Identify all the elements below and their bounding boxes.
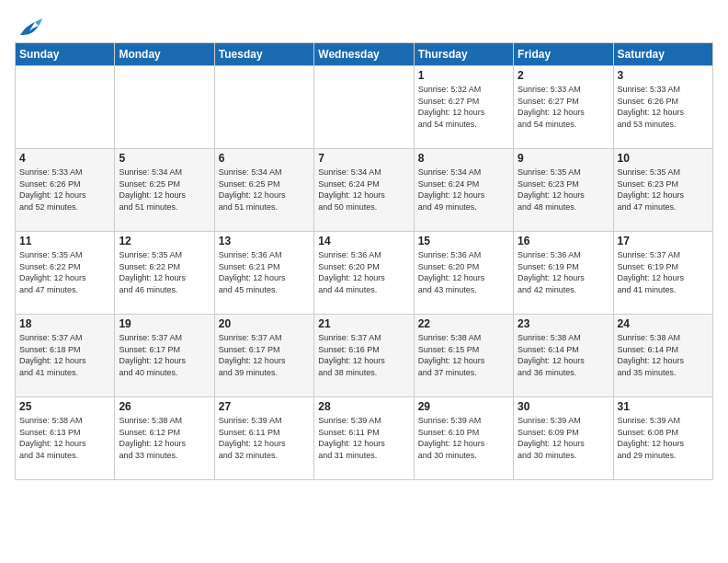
day-number: 3 [618,69,709,82]
day-number: 30 [518,400,609,413]
calendar-cell [16,66,115,149]
day-number: 26 [119,400,210,413]
day-info: Sunrise: 5:38 AM Sunset: 6:15 PM Dayligh… [418,332,509,378]
day-number: 6 [219,152,310,165]
day-info: Sunrise: 5:36 AM Sunset: 6:21 PM Dayligh… [219,249,310,295]
calendar-cell: 22Sunrise: 5:38 AM Sunset: 6:15 PM Dayli… [414,315,513,397]
day-info: Sunrise: 5:34 AM Sunset: 6:24 PM Dayligh… [318,167,409,213]
logo-bird-icon [17,18,42,39]
day-number: 2 [518,69,609,82]
calendar-cell [214,66,313,149]
calendar-table: SundayMondayTuesdayWednesdayThursdayFrid… [15,42,713,480]
day-info: Sunrise: 5:37 AM Sunset: 6:16 PM Dayligh… [318,332,409,378]
day-number: 29 [418,400,509,413]
day-number: 24 [618,317,709,330]
day-info: Sunrise: 5:37 AM Sunset: 6:17 PM Dayligh… [219,332,310,378]
calendar-cell: 26Sunrise: 5:38 AM Sunset: 6:12 PM Dayli… [115,397,214,480]
header-tuesday: Tuesday [214,43,313,66]
calendar-cell: 15Sunrise: 5:36 AM Sunset: 6:20 PM Dayli… [414,232,513,315]
day-info: Sunrise: 5:35 AM Sunset: 6:23 PM Dayligh… [618,167,709,213]
day-info: Sunrise: 5:36 AM Sunset: 6:20 PM Dayligh… [318,249,409,295]
day-number: 14 [318,235,409,247]
day-number: 27 [219,400,310,413]
day-number: 19 [119,317,210,330]
day-number: 12 [119,235,210,247]
day-info: Sunrise: 5:38 AM Sunset: 6:12 PM Dayligh… [119,415,210,461]
day-number: 8 [418,152,509,165]
day-number: 31 [618,400,709,413]
page-header [15,15,713,35]
calendar-cell: 28Sunrise: 5:39 AM Sunset: 6:11 PM Dayli… [314,397,414,480]
day-info: Sunrise: 5:39 AM Sunset: 6:08 PM Dayligh… [618,415,709,461]
day-number: 1 [418,69,509,82]
calendar-cell: 20Sunrise: 5:37 AM Sunset: 6:17 PM Dayli… [214,315,313,397]
calendar-week-row: 18Sunrise: 5:37 AM Sunset: 6:18 PM Dayli… [16,315,713,397]
day-number: 25 [19,400,110,413]
day-info: Sunrise: 5:33 AM Sunset: 6:26 PM Dayligh… [19,167,110,213]
calendar-week-row: 25Sunrise: 5:38 AM Sunset: 6:13 PM Dayli… [16,397,713,480]
calendar-cell: 9Sunrise: 5:35 AM Sunset: 6:23 PM Daylig… [514,149,613,232]
calendar-week-row: 11Sunrise: 5:35 AM Sunset: 6:22 PM Dayli… [16,232,713,315]
calendar-cell: 19Sunrise: 5:37 AM Sunset: 6:17 PM Dayli… [115,315,214,397]
day-info: Sunrise: 5:38 AM Sunset: 6:14 PM Dayligh… [618,332,709,378]
calendar-cell: 30Sunrise: 5:39 AM Sunset: 6:09 PM Dayli… [514,397,613,480]
day-info: Sunrise: 5:37 AM Sunset: 6:17 PM Dayligh… [119,332,210,378]
calendar-cell: 7Sunrise: 5:34 AM Sunset: 6:24 PM Daylig… [314,149,414,232]
calendar-cell: 5Sunrise: 5:34 AM Sunset: 6:25 PM Daylig… [115,149,214,232]
header-sunday: Sunday [16,43,115,66]
day-info: Sunrise: 5:34 AM Sunset: 6:25 PM Dayligh… [119,167,210,213]
day-info: Sunrise: 5:36 AM Sunset: 6:19 PM Dayligh… [518,249,609,295]
day-info: Sunrise: 5:35 AM Sunset: 6:23 PM Dayligh… [518,167,609,213]
calendar-cell: 13Sunrise: 5:36 AM Sunset: 6:21 PM Dayli… [214,232,313,315]
calendar-cell: 24Sunrise: 5:38 AM Sunset: 6:14 PM Dayli… [613,315,712,397]
calendar-cell: 1Sunrise: 5:32 AM Sunset: 6:27 PM Daylig… [414,66,513,149]
calendar-cell: 25Sunrise: 5:38 AM Sunset: 6:13 PM Dayli… [16,397,115,480]
day-number: 4 [19,152,110,165]
calendar-cell: 21Sunrise: 5:37 AM Sunset: 6:16 PM Dayli… [314,315,414,397]
calendar-cell: 27Sunrise: 5:39 AM Sunset: 6:11 PM Dayli… [214,397,313,480]
day-number: 16 [518,235,609,247]
day-number: 22 [418,317,509,330]
day-info: Sunrise: 5:37 AM Sunset: 6:19 PM Dayligh… [618,249,709,295]
day-number: 11 [19,235,110,247]
calendar-cell [314,66,414,149]
header-monday: Monday [115,43,214,66]
day-number: 20 [219,317,310,330]
day-info: Sunrise: 5:33 AM Sunset: 6:27 PM Dayligh… [518,84,609,130]
day-number: 18 [19,317,110,330]
day-info: Sunrise: 5:38 AM Sunset: 6:14 PM Dayligh… [518,332,609,378]
calendar-cell: 10Sunrise: 5:35 AM Sunset: 6:23 PM Dayli… [613,149,712,232]
day-number: 7 [318,152,409,165]
calendar-cell: 29Sunrise: 5:39 AM Sunset: 6:10 PM Dayli… [414,397,513,480]
calendar-header-row: SundayMondayTuesdayWednesdayThursdayFrid… [16,43,713,66]
day-info: Sunrise: 5:35 AM Sunset: 6:22 PM Dayligh… [119,249,210,295]
day-info: Sunrise: 5:32 AM Sunset: 6:27 PM Dayligh… [418,84,509,130]
calendar-cell: 12Sunrise: 5:35 AM Sunset: 6:22 PM Dayli… [115,232,214,315]
header-thursday: Thursday [414,43,513,66]
calendar-cell: 17Sunrise: 5:37 AM Sunset: 6:19 PM Dayli… [613,232,712,315]
day-info: Sunrise: 5:37 AM Sunset: 6:18 PM Dayligh… [19,332,110,378]
day-info: Sunrise: 5:36 AM Sunset: 6:20 PM Dayligh… [418,249,509,295]
day-number: 9 [518,152,609,165]
calendar-cell: 14Sunrise: 5:36 AM Sunset: 6:20 PM Dayli… [314,232,414,315]
day-number: 10 [618,152,709,165]
calendar-cell [115,66,214,149]
calendar-cell: 8Sunrise: 5:34 AM Sunset: 6:24 PM Daylig… [414,149,513,232]
header-friday: Friday [514,43,613,66]
calendar-cell: 4Sunrise: 5:33 AM Sunset: 6:26 PM Daylig… [16,149,115,232]
day-number: 17 [618,235,709,247]
calendar-cell: 16Sunrise: 5:36 AM Sunset: 6:19 PM Dayli… [514,232,613,315]
day-info: Sunrise: 5:33 AM Sunset: 6:26 PM Dayligh… [618,84,709,130]
day-number: 28 [318,400,409,413]
calendar-cell: 23Sunrise: 5:38 AM Sunset: 6:14 PM Dayli… [514,315,613,397]
day-number: 5 [119,152,210,165]
day-number: 13 [219,235,310,247]
day-info: Sunrise: 5:34 AM Sunset: 6:24 PM Dayligh… [418,167,509,213]
day-info: Sunrise: 5:38 AM Sunset: 6:13 PM Dayligh… [19,415,110,461]
calendar-cell: 6Sunrise: 5:34 AM Sunset: 6:25 PM Daylig… [214,149,313,232]
calendar-week-row: 1Sunrise: 5:32 AM Sunset: 6:27 PM Daylig… [16,66,713,149]
calendar-week-row: 4Sunrise: 5:33 AM Sunset: 6:26 PM Daylig… [16,149,713,232]
calendar-cell: 3Sunrise: 5:33 AM Sunset: 6:26 PM Daylig… [613,66,712,149]
day-number: 15 [418,235,509,247]
calendar-cell: 18Sunrise: 5:37 AM Sunset: 6:18 PM Dayli… [16,315,115,397]
